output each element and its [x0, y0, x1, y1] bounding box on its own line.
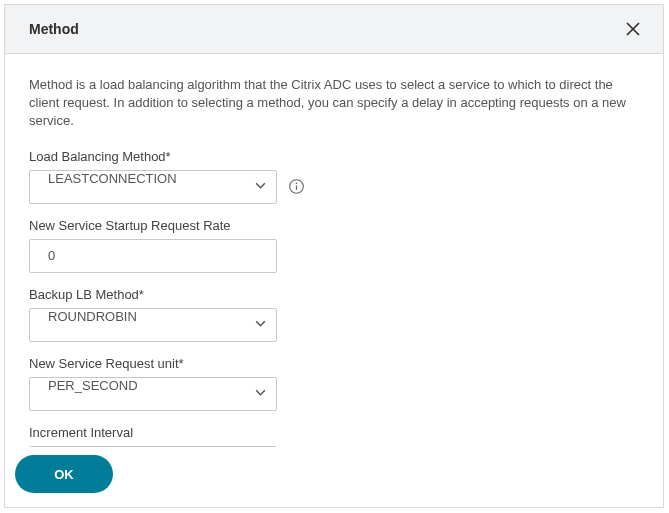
description-text: Method is a load balancing algorithm tha…: [29, 76, 639, 131]
svg-point-3: [295, 182, 297, 184]
field-startup-rate: New Service Startup Request Rate: [29, 218, 639, 273]
panel-header: Method: [5, 5, 663, 54]
method-panel: Method Method is a load balancing algori…: [4, 4, 664, 508]
ok-button[interactable]: OK: [15, 455, 113, 493]
request-unit-label: New Service Request unit*: [29, 356, 639, 371]
field-backup-method: Backup LB Method* ROUNDROBIN: [29, 287, 639, 342]
close-icon[interactable]: [623, 19, 643, 39]
info-icon[interactable]: [287, 178, 305, 196]
panel-title: Method: [29, 21, 79, 37]
panel-body: Method is a load balancing algorithm tha…: [5, 54, 663, 447]
field-increment-interval: Increment Interval: [29, 425, 639, 447]
lb-method-select[interactable]: LEASTCONNECTION: [29, 170, 277, 204]
startup-rate-label: New Service Startup Request Rate: [29, 218, 639, 233]
panel-footer: OK: [5, 447, 663, 507]
backup-method-select[interactable]: ROUNDROBIN: [29, 308, 277, 342]
backup-method-label: Backup LB Method*: [29, 287, 639, 302]
increment-interval-label: Increment Interval: [29, 425, 639, 440]
request-unit-select[interactable]: PER_SECOND: [29, 377, 277, 411]
field-request-unit: New Service Request unit* PER_SECOND: [29, 356, 639, 411]
field-lb-method: Load Balancing Method* LEASTCONNECTION: [29, 149, 639, 204]
startup-rate-input[interactable]: [29, 239, 277, 273]
lb-method-label: Load Balancing Method*: [29, 149, 639, 164]
